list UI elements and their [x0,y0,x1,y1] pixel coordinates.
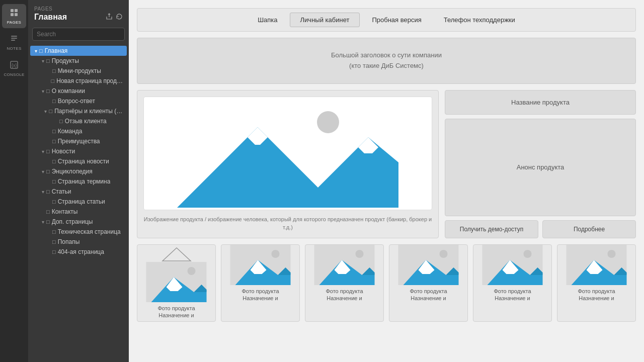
tree-item-kontakty[interactable]: □Контакты [30,207,127,217]
tree-item-stranica-stati[interactable]: □Страница статьи [30,197,127,207]
tree-item-otzyv[interactable]: □Отзыв клиента [30,116,127,126]
arrow-indicator [137,245,215,262]
tree-item-label: 404-ая страница [58,248,104,255]
svg-text:{x}: {x} [12,63,17,68]
tree-item-label: Страница термина [58,178,111,185]
page-icon: □ [52,199,56,205]
tree-item-komanda[interactable]: □Команда [30,126,127,136]
demo-button[interactable]: Получить демо-доступ [445,220,538,238]
chevron-icon: ▾ [39,149,46,154]
page-icon: □ [52,128,56,134]
chevron-icon: ▾ [39,169,46,174]
product-image-placeholder [143,97,432,210]
photo-label: Фото продукта [389,285,467,295]
svg-rect-4 [11,36,17,37]
nav-item-phone[interactable]: Телефон техподдержки [434,13,525,27]
tree-item-label: Преимущества [58,138,100,145]
chevron-icon: ▾ [39,219,46,225]
tree-item-label: О компании [52,87,85,95]
tree-item-stati[interactable]: ▾□Статьи [30,187,127,197]
photo-sublabel: Назначение и [305,295,383,304]
page-icon: □ [46,219,50,225]
svg-point-42 [608,250,616,258]
photo-card[interactable]: Фото продукта Назначение и [557,244,636,322]
tree-item-partnery[interactable]: ▾□Партнёры и клиенты (репута… [30,106,127,116]
tree-item-label: Партнёры и клиенты (репута… [54,108,123,115]
panel-title-text: Главная [34,13,67,22]
search-input[interactable] [32,28,125,41]
tree-item-glavnaya[interactable]: ▾□Главная [30,46,127,56]
tree-item-produkty[interactable]: ▾□Продукты [30,56,127,66]
svg-point-32 [440,250,448,258]
page-icon: □ [46,58,50,64]
product-buttons: Получить демо-доступ Подробнее [445,220,636,238]
product-announce-label: Анонс продукта [517,163,565,171]
console-nav-label: CONSOLE [4,72,24,77]
nav-bar: Шапка Личный кабинет Пробная версия Теле… [137,8,636,32]
sidebar-nav-notes[interactable]: NOTES [2,30,26,54]
tree-item-label: Страница статьи [58,198,105,205]
svg-rect-6 [11,40,15,41]
tree-item-dop-stranicy[interactable]: ▾□Доп. страницы [30,217,127,227]
notes-icon [9,34,19,45]
svg-point-10 [317,111,339,133]
svg-point-37 [524,250,532,258]
photo-thumb [305,245,383,285]
photo-sublabel: Назначение и [389,295,467,304]
product-info: Название продукта Анонс продукта Получит… [445,90,636,238]
tree-item-stranica-termina[interactable]: □Страница термина [30,176,127,187]
photo-card[interactable]: Фото продукта Назначение и [305,244,384,322]
nav-item-shapka[interactable]: Шапка [248,13,287,27]
tree-item-label: Продукты [52,57,79,64]
svg-point-17 [188,267,196,275]
photo-label: Фото продукта [305,285,383,295]
tree-item-popy[interactable]: □Попапы [30,237,127,247]
sidebar-nav-pages[interactable]: PAGES [2,4,26,28]
panel-title-row: Главная [34,13,123,22]
tree-item-novaya-stranica[interactable]: □Новая страница продукта [30,76,127,86]
share-icon[interactable] [106,13,113,22]
tree-item-label: Новости [52,148,75,155]
tree-item-vopros-otvet[interactable]: □Вопрос-ответ [30,96,127,106]
icon-sidebar: PAGES NOTES {x} CONSOLE [0,0,28,362]
product-section: Изображение продукта / изображение челов… [137,90,636,238]
hero-text: Большой заголовок о сути компании (кто т… [331,50,442,71]
tree-item-o-kompanii[interactable]: ▾□О компании [30,86,127,96]
product-announce-box: Анонс продукта [445,119,636,216]
tree-item-entsiklopediya[interactable]: ▾□Энциклопедия [30,166,127,176]
photo-card[interactable]: Фото продукта Назначение и [473,244,552,322]
tree-item-tehnicheskaya[interactable]: □Техническая страница [30,227,127,237]
section-label: PAGES [34,6,123,12]
page-icon: □ [59,118,63,124]
tree-item-label: Отзыв клиента [65,118,107,125]
photo-sublabel: Назначение и [221,295,299,304]
tree-item-preimuschestva[interactable]: □Преимущества [30,136,127,146]
pages-nav-label: PAGES [7,20,21,25]
photo-label: Фото продукта [557,285,635,295]
sidebar-nav-console[interactable]: {x} CONSOLE [2,56,26,80]
page-icon: □ [46,88,50,94]
photo-card[interactable]: Фото продукта Назначение и [137,244,216,322]
svg-point-27 [356,250,364,258]
tree-item-404[interactable]: □404-ая страница [30,247,127,257]
nav-item-trial[interactable]: Пробная версия [362,13,431,27]
photo-card[interactable]: Фото продукта Назначение и [389,244,468,322]
nav-item-cabinet[interactable]: Личный кабинет [290,13,360,27]
more-button[interactable]: Подробнее [542,220,636,238]
photo-sublabel: Назначение и [473,295,551,304]
tree-item-label: Контакты [52,208,78,215]
tree-item-label: Страница новости [58,158,109,165]
tree-item-novosti[interactable]: ▾□Новости [30,146,127,156]
tree-item-stranica-novostei[interactable]: □Страница новости [30,156,127,166]
photo-card[interactable]: Фото продукта Назначение и [221,244,300,322]
tree-item-label: Попапы [58,238,80,245]
page-icon: □ [52,68,56,74]
tree-item-label: Вопрос-ответ [58,98,95,105]
console-icon: {x} [9,60,19,71]
tree-item-label: Энциклопедия [52,168,93,175]
page-icon: □ [46,209,50,215]
refresh-icon[interactable] [116,13,123,22]
photo-thumb [557,245,635,285]
tree-item-mini-produkty[interactable]: □Мини-продукты [30,66,127,76]
svg-rect-0 [11,9,14,12]
